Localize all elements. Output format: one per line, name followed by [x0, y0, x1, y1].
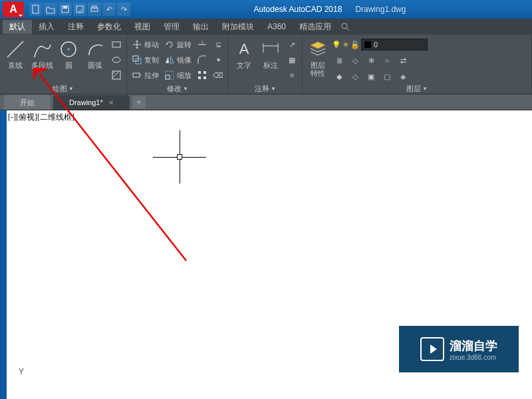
- hatch-icon: [111, 70, 122, 80]
- circle-button[interactable]: 圆: [56, 36, 81, 83]
- erase-button[interactable]: ⌫: [211, 68, 225, 82]
- dimension-label: 标注: [263, 61, 278, 69]
- print-icon[interactable]: [88, 3, 101, 16]
- saveas-icon[interactable]: [73, 3, 86, 16]
- layer-iso-icon: ◇: [350, 55, 360, 66]
- search-icon[interactable]: [340, 22, 350, 31]
- layer-properties-button[interactable]: 图层 特性: [305, 36, 331, 84]
- layer-tool4[interactable]: ▢: [380, 69, 394, 84]
- trim-button[interactable]: [195, 37, 209, 52]
- circle-icon: [58, 39, 79, 60]
- new-icon[interactable]: [29, 3, 43, 16]
- svg-rect-5: [92, 6, 96, 8]
- sun-icon[interactable]: ☀: [342, 41, 349, 49]
- tab-start[interactable]: 开始: [4, 95, 51, 110]
- mirror-button[interactable]: 镜像: [162, 53, 194, 67]
- svg-line-8: [8, 42, 23, 57]
- tab-default[interactable]: 默认: [3, 20, 32, 34]
- save-icon[interactable]: [59, 3, 72, 16]
- offset-button[interactable]: ⊆: [211, 37, 225, 52]
- text-icon: A: [233, 39, 255, 60]
- tab-a360[interactable]: A360: [261, 21, 293, 33]
- watermark-url: zixue.3d66.com: [450, 354, 497, 361]
- array-button[interactable]: [195, 68, 209, 82]
- modify-group-label: 修改: [167, 84, 182, 94]
- move-button[interactable]: 移动: [130, 37, 161, 52]
- chevron-down-icon[interactable]: ▼: [183, 86, 188, 92]
- tab-manage[interactable]: 管理: [157, 20, 186, 34]
- freeze-icon: ❄: [366, 55, 376, 66]
- tab-addins[interactable]: 附加模块: [215, 20, 261, 34]
- ribbon: 直线 多段线 圆 圆弧 绘图▼ 移动: [0, 35, 532, 94]
- lock-icon[interactable]: 🔓: [350, 41, 360, 49]
- arc-button[interactable]: 圆弧: [82, 36, 108, 83]
- layer-dropdown[interactable]: 0: [361, 39, 428, 51]
- layer-tool5[interactable]: ◈: [396, 69, 410, 84]
- text-label: 文字: [237, 61, 251, 69]
- svg-rect-2: [63, 6, 67, 9]
- ellipse-icon: [111, 55, 122, 65]
- leader-button[interactable]: ↗: [285, 37, 299, 52]
- rectangle-icon: [111, 39, 122, 50]
- text-button[interactable]: A 文字: [231, 36, 257, 83]
- copy-button[interactable]: 复制: [130, 53, 161, 67]
- explode-icon: ✦: [213, 55, 223, 65]
- scale-button[interactable]: 缩放: [162, 68, 194, 82]
- svg-text:A: A: [239, 41, 249, 57]
- layers-icon: [307, 39, 329, 60]
- undo-icon[interactable]: ↶: [102, 3, 116, 16]
- tab-annotate[interactable]: 注释: [61, 20, 90, 34]
- drawing-canvas[interactable]: [-][俯视][二维线框] Y 溜溜自学 zixue.3d66.com: [7, 110, 532, 399]
- redo-icon[interactable]: ↷: [117, 3, 130, 16]
- stretch-icon: [132, 70, 142, 80]
- document-tabs: 开始 Drawing1*✕ +: [0, 94, 532, 110]
- chevron-down-icon[interactable]: ▼: [68, 86, 74, 92]
- file-name: Drawing1.dwg: [355, 5, 406, 14]
- chevron-down-icon[interactable]: ▼: [422, 86, 428, 92]
- trim-icon: [197, 39, 207, 50]
- layer-tool3[interactable]: ▣: [364, 69, 378, 84]
- ucs-icon[interactable]: Y: [12, 367, 39, 394]
- line-button[interactable]: 直线: [3, 36, 28, 83]
- chevron-down-icon[interactable]: ▼: [271, 86, 276, 92]
- add-tab-button[interactable]: +: [132, 96, 146, 108]
- table-button[interactable]: ▦: [285, 53, 299, 67]
- rotate-button[interactable]: 旋转: [162, 37, 194, 52]
- ucs-y-label: Y: [19, 367, 24, 376]
- layer-iso-button[interactable]: ◇: [348, 53, 362, 68]
- stretch-button[interactable]: 拉伸: [130, 68, 161, 82]
- layer-off-button[interactable]: ○: [380, 53, 394, 68]
- layer-tool2[interactable]: ◇: [348, 69, 362, 84]
- fillet-button[interactable]: [195, 53, 209, 67]
- tab-insert[interactable]: 插入: [32, 20, 61, 34]
- explode-button[interactable]: ✦: [211, 53, 225, 67]
- annotation-group-label: 注释: [255, 84, 269, 94]
- tab-view[interactable]: 视图: [128, 20, 157, 34]
- tab-output[interactable]: 输出: [186, 20, 215, 34]
- bulb-icon[interactable]: 💡: [332, 41, 341, 49]
- tab-drawing1[interactable]: Drawing1*✕: [53, 95, 130, 110]
- viewport-controls[interactable]: [-][俯视][二维线框]: [8, 112, 74, 123]
- close-icon[interactable]: ✕: [108, 99, 114, 106]
- dimension-button[interactable]: 标注: [258, 36, 283, 83]
- svg-rect-0: [33, 5, 39, 13]
- tab-featured[interactable]: 精选应用: [293, 20, 338, 34]
- mtext-button[interactable]: ≡: [285, 68, 299, 82]
- ribbon-group-layers: 图层 特性 💡 ☀ 🔓 0 ≣ ◇ ❄ ○ ⇄ ◆ ◇: [303, 35, 532, 94]
- open-icon[interactable]: [44, 3, 57, 16]
- ellipse-button[interactable]: [109, 53, 124, 67]
- polyline-button[interactable]: 多段线: [29, 36, 55, 83]
- app-menu-button[interactable]: A: [3, 1, 24, 17]
- dimension-icon: [260, 39, 281, 60]
- layer-match-button[interactable]: ⇄: [396, 53, 410, 68]
- layer-state-button[interactable]: ≣: [332, 53, 346, 68]
- layer-state-icon: ≣: [334, 55, 344, 66]
- mirror-icon: [164, 55, 175, 65]
- hatch-button[interactable]: [109, 68, 124, 82]
- rectangle-button[interactable]: [109, 37, 124, 52]
- layer-freeze-button[interactable]: ❄: [364, 53, 378, 68]
- tab-parametric[interactable]: 参数化: [90, 20, 128, 34]
- svg-rect-27: [203, 71, 206, 74]
- window-title: Autodesk AutoCAD 2018 Drawing1.dwg: [130, 5, 529, 14]
- layer-tool1[interactable]: ◆: [332, 69, 346, 84]
